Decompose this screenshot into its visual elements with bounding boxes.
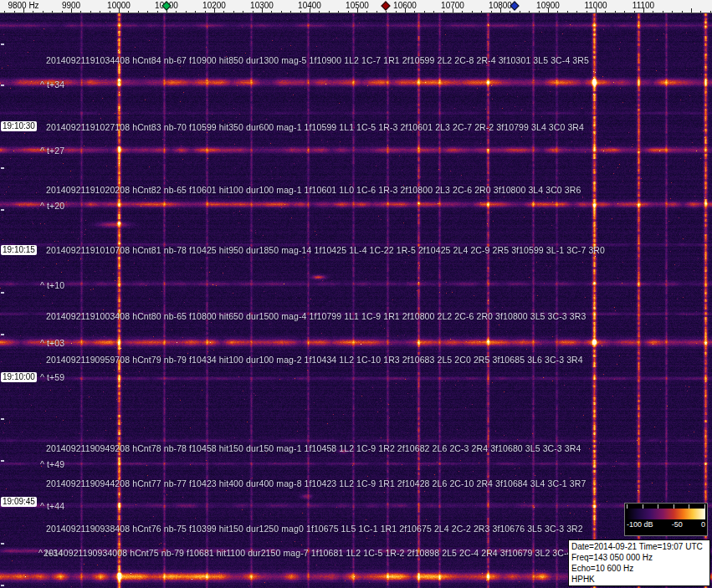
freq-tick — [43, 11, 44, 13]
echo-annotation: 20140921191027108 hCnt83 nb-70 f10599 hi… — [46, 122, 584, 132]
freq-tick — [271, 11, 272, 13]
freq-tick — [691, 8, 692, 13]
freq-tick — [319, 11, 320, 13]
echo-annotation: 20140921191003408 hCnt80 nb-65 f10800 hi… — [46, 311, 586, 321]
freq-tick — [481, 11, 482, 13]
echo-annotation: 20140921191010708 hCnt81 nb-78 f10425 hi… — [46, 245, 605, 255]
freq-tick — [62, 11, 63, 13]
legend-tick — [704, 504, 705, 509]
echo-annotation: 20140921190944208 hCnt77 nb-77 f10423 hi… — [46, 478, 586, 488]
freq-tick — [539, 11, 540, 13]
time-tick — [1, 292, 4, 294]
echo-annotation: 20140921190934008 hCnt75 nb-79 f10681 hi… — [44, 548, 591, 558]
echo-annotation: 20140921191020208 hCnt82 nb-65 f10601 hi… — [46, 185, 581, 195]
time-tick — [1, 418, 4, 420]
freq-axis-label: 10900 — [536, 1, 560, 10]
legend-tick — [627, 504, 627, 509]
freq-tick — [615, 11, 616, 13]
echo-annotation: 20140921191034408 hCnt84 nb-67 f10900 hi… — [46, 55, 589, 65]
echo-annotation: 20140921190949208 hCnt78 nb-78 f10458 hi… — [46, 443, 581, 453]
spectrogram-window: 9800 Hz990010000101001020010300104001050… — [0, 0, 712, 588]
freq-axis-label: 10000 — [107, 1, 131, 10]
freq-tick — [338, 11, 339, 13]
freq-tick — [557, 11, 558, 13]
freq-tick — [376, 11, 377, 13]
echo-time-pointer: ^ t+59 — [40, 372, 64, 382]
freq-tick — [176, 11, 177, 13]
legend-max-label: 0 — [701, 520, 705, 529]
freq-axis-label: 10500 — [346, 1, 369, 10]
freq-axis-label: 9900 — [62, 1, 80, 10]
legend-min-label: -100 dB — [627, 520, 653, 529]
freq-tick — [653, 11, 653, 13]
freq-tick — [52, 11, 53, 13]
time-label: 19:10:30 — [1, 121, 37, 131]
info-date-time: Date=2014-09-21 Time=19:07 UTC — [571, 541, 707, 552]
freq-tick — [348, 11, 349, 13]
echo-time-pointer: ^ t+44 — [40, 501, 64, 511]
echo-time-pointer: ^ t+27 — [40, 146, 64, 156]
freq-tick — [443, 11, 444, 13]
freq-tick — [147, 11, 148, 13]
freq-tick — [90, 11, 91, 13]
time-tick — [1, 543, 4, 545]
echo-annotation: 20140921190938408 hCnt76 nb-75 f10399 hi… — [46, 524, 583, 534]
freq-tick — [634, 11, 635, 13]
freq-tick — [567, 11, 568, 13]
spectrogram-overlay: 19:10:3019:10:1519:10:0019:09:4520140921… — [0, 0, 712, 588]
time-tick — [1, 43, 4, 45]
freq-tick — [424, 11, 425, 13]
legend-tick — [674, 504, 674, 509]
freq-axis-label: 10400 — [298, 1, 321, 10]
freq-axis-label: 11000 — [584, 1, 607, 10]
freq-tick — [529, 11, 530, 13]
freq-tick — [624, 11, 625, 13]
freq-tick — [253, 11, 254, 13]
echo-annotation: 20140921190959708 hCnt79 nb-79 f10434 hi… — [46, 355, 583, 365]
freq-tick — [33, 11, 33, 13]
time-tick — [1, 460, 4, 462]
freq-tick — [186, 11, 187, 13]
freq-tick — [396, 11, 397, 13]
legend-labels: -100 dB -50 0 — [625, 519, 707, 529]
status-info-box: Date=2014-09-21 Time=19:07 UTC Freq=143 … — [568, 539, 710, 586]
freq-tick — [510, 11, 510, 13]
freq-tick — [281, 11, 282, 13]
info-echo-frequency: Echo=10 600 Hz — [571, 563, 707, 574]
db-color-scale-legend: -100 dB -50 0 — [624, 503, 708, 536]
freq-axis-label: 9800 Hz — [8, 1, 38, 10]
time-tick — [1, 334, 4, 335]
freq-axis-label: 10700 — [441, 1, 464, 10]
freq-axis-label: 10300 — [250, 1, 274, 10]
freq-tick — [80, 11, 81, 13]
info-frequency: Freq=143 050 000 Hz — [571, 552, 707, 563]
freq-tick — [14, 11, 15, 13]
freq-tick — [462, 11, 463, 13]
time-tick — [1, 167, 4, 169]
freq-tick — [233, 11, 234, 13]
freq-tick — [576, 11, 577, 13]
freq-tick — [157, 11, 158, 13]
freq-tick — [682, 11, 683, 13]
freq-tick — [587, 11, 587, 13]
freq-tick — [300, 11, 301, 13]
legend-tick — [643, 504, 643, 509]
freq-axis-label: 11100 — [633, 1, 654, 10]
freq-tick — [710, 11, 711, 13]
freq-tick — [100, 11, 100, 13]
frequency-axis: 9800 Hz990010000101001020010300104001050… — [0, 0, 712, 13]
freq-tick — [414, 11, 415, 13]
echo-time-pointer: ^ t+49 — [40, 459, 64, 469]
time-tick — [1, 209, 4, 211]
marker-red-diamond-icon[interactable] — [382, 1, 391, 10]
freq-tick — [4, 11, 5, 13]
info-station-id: HPHK — [571, 574, 707, 585]
freq-tick — [243, 11, 243, 13]
echo-time-pointer: ^ t+34 — [40, 79, 64, 89]
freq-axis-label: 10600 — [393, 1, 417, 10]
freq-tick — [290, 11, 291, 13]
echo-time-pointer: ^ t+20 — [40, 201, 64, 211]
legend-tick-row — [625, 504, 707, 509]
freq-tick — [672, 11, 673, 13]
freq-tick — [195, 11, 196, 13]
